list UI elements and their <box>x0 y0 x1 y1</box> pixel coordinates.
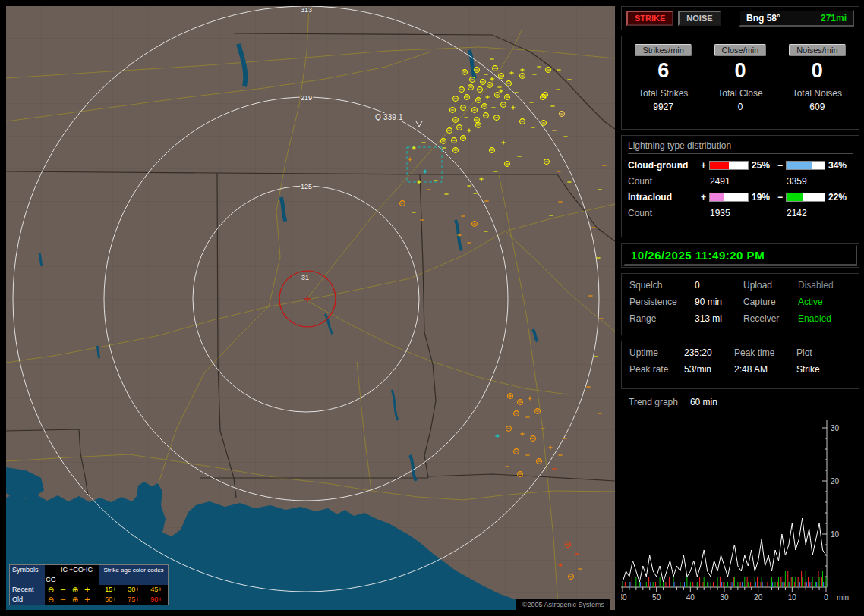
svg-text:40: 40 <box>686 593 695 602</box>
strike-mode-button[interactable]: STRIKE <box>626 11 673 26</box>
cg-minus-icon: ⊖ <box>45 585 57 595</box>
cloud-ground-label: Cloud-ground <box>628 160 701 171</box>
ic-plus-bar <box>709 193 749 202</box>
squelch-label: Squelch <box>629 280 695 291</box>
ic-count-label: Count <box>628 208 701 218</box>
strikes-per-min-button[interactable]: Strikes/min <box>635 44 691 56</box>
peak-time-value: 2:48 AM <box>734 364 796 375</box>
noises-per-min-button[interactable]: Noises/min <box>789 44 845 56</box>
svg-text:min: min <box>837 593 849 602</box>
legend-col--ic: -IC <box>57 565 69 585</box>
minus-sign: − <box>777 192 783 203</box>
uptime-label: Uptime <box>629 347 684 358</box>
age-45: 45+ <box>145 585 168 595</box>
clock-panel: 10/26/2025 11:49:20 PM <box>621 243 859 268</box>
total-close-value: 0 <box>702 102 778 112</box>
svg-text:30: 30 <box>720 593 729 602</box>
intracloud-label: Intracloud <box>628 192 701 203</box>
distribution-title: Lightning type distribution <box>628 140 853 154</box>
cg-count-label: Count <box>628 176 701 187</box>
legend-col-pic: +IC <box>81 565 93 585</box>
minus-sign: − <box>777 160 783 171</box>
upload-status: Disabled <box>798 280 851 291</box>
map-legend: Symbols -CG -IC +CG +IC Strike age color… <box>9 564 169 605</box>
total-strikes-label: Total Strikes <box>625 88 702 99</box>
peak-rate-value: 53/min <box>684 364 734 375</box>
ic-minus-icon: − <box>57 595 69 605</box>
age-60: 60+ <box>99 595 122 605</box>
noise-mode-button[interactable]: NOISE <box>678 11 721 26</box>
close-per-min-button[interactable]: Close/min <box>714 44 767 56</box>
plot-value: Strike <box>796 364 851 375</box>
ic-plus-icon: + <box>81 595 93 605</box>
plot-label: Plot <box>796 347 851 358</box>
legend-col-pcg: +CG <box>69 565 81 585</box>
persistence-value: 90 min <box>695 297 743 307</box>
receiver-label: Receiver <box>743 313 798 324</box>
total-close-label: Total Close <box>702 88 778 99</box>
plus-sign: + <box>701 192 706 203</box>
legend-col--cg: -CG <box>45 565 57 585</box>
range-label: Range <box>629 313 695 324</box>
total-noises-label: Total Noises <box>779 88 856 99</box>
bearing-value: Bng 58° <box>746 13 780 24</box>
trend-graph: 6050403020100min102030 <box>621 416 859 610</box>
ic-plus-pct: 19% <box>752 192 770 203</box>
age-75: 75+ <box>122 595 145 605</box>
cg-plus-bar <box>709 161 749 170</box>
range-ring-label: 313 <box>301 6 312 14</box>
uptime-value: 235:20 <box>684 347 734 358</box>
bearing-distance: 271mi <box>821 13 847 24</box>
settings-panel: Squelch 0 Upload Disabled Persistence 90… <box>621 273 859 335</box>
cg-plus-icon: ⊕ <box>69 585 81 595</box>
trend-plot-canvas: 6050403020100min102030 <box>621 416 859 607</box>
total-noises-value: 609 <box>779 102 856 112</box>
side-panel: STRIKE NOISE Bng 58° 271mi Strikes/min C… <box>621 6 859 610</box>
lightning-map[interactable]: 313 219 125 31 Q-339-1 Symbols -CG -IC +… <box>6 6 615 610</box>
cg-plus-count: 2491 <box>701 176 777 187</box>
capture-status: Active <box>798 297 851 307</box>
age-90: 90+ <box>145 595 168 605</box>
cg-plus-pct: 25% <box>752 160 770 171</box>
upload-label: Upload <box>743 280 798 291</box>
legend-row-recent: Recent <box>10 585 45 595</box>
cg-minus-count: 3359 <box>777 176 854 187</box>
ic-plus-icon: + <box>81 585 93 595</box>
ic-plus-count: 1935 <box>701 208 777 218</box>
datetime-display: 10/26/2025 11:49:20 PM <box>623 245 857 266</box>
legend-age-title: Strike age color codes <box>99 565 168 585</box>
strikes-per-min-value: 6 <box>625 59 702 82</box>
trend-window-value: 60 min <box>690 397 717 407</box>
svg-text:10: 10 <box>788 593 797 602</box>
svg-text:50: 50 <box>652 593 661 602</box>
ic-minus-icon: − <box>57 585 69 595</box>
plus-sign: + <box>701 160 706 171</box>
cg-minus-bar <box>786 161 825 170</box>
ic-minus-bar <box>786 193 825 202</box>
receiver-status: Enabled <box>798 313 851 324</box>
trend-graph-label: Trend graph <box>629 397 678 407</box>
cg-minus-icon: ⊖ <box>45 595 57 605</box>
age-15: 15+ <box>99 585 122 595</box>
svg-text:20: 20 <box>831 477 840 486</box>
map-canvas: 313 219 125 31 Q-339-1 <box>6 6 615 610</box>
svg-text:30: 30 <box>831 424 840 432</box>
total-strikes-value: 9927 <box>625 102 702 112</box>
peak-rate-label: Peak rate <box>629 364 684 375</box>
stats-panel: Uptime 235:20 Peak time Plot Peak rate 5… <box>621 341 859 389</box>
ic-minus-count: 2142 <box>777 208 854 218</box>
squelch-value: 0 <box>695 280 743 291</box>
rates-panel: Strikes/min Close/min Noises/min 6 0 0 T… <box>621 36 859 130</box>
range-value: 313 mi <box>695 313 743 324</box>
close-per-min-value: 0 <box>702 59 778 82</box>
svg-text:10: 10 <box>831 530 840 539</box>
copyright-text: ©2005 Astrogenic Systems <box>516 599 610 610</box>
noises-per-min-value: 0 <box>779 59 856 82</box>
legend-symbols-label: Symbols <box>10 565 45 585</box>
capture-label: Capture <box>743 297 798 307</box>
cg-plus-icon: ⊕ <box>69 595 81 605</box>
ic-minus-pct: 22% <box>828 192 847 203</box>
range-ring-label: 125 <box>301 183 312 190</box>
legend-row-old: Old <box>10 595 45 605</box>
peak-time-label: Peak time <box>734 347 796 358</box>
